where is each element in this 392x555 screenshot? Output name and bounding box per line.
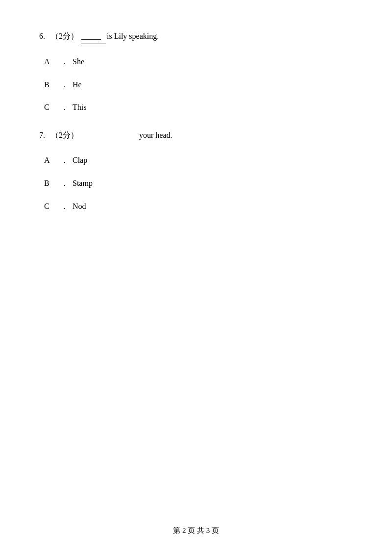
question-7: 7. （2分） your head. A ． Clap B ． Stamp C … [39, 128, 353, 213]
option-6c-dot: ． [61, 101, 69, 115]
question-6-option-a[interactable]: A ． She [39, 55, 353, 69]
option-7c-dot: ． [61, 200, 69, 214]
option-6a-text: She [73, 55, 84, 69]
question-7-score: （2分） [51, 128, 78, 143]
question-7-line: 7. （2分） your head. [39, 128, 353, 143]
question-7-option-b[interactable]: B ． Stamp [39, 177, 353, 191]
question-6-blank: _____ [81, 29, 106, 44]
question-7-option-c[interactable]: C ． Nod [39, 200, 353, 214]
option-7b-letter: B [44, 177, 59, 191]
page-content: 6. （2分） _____ is Lily speaking. A ． She … [0, 0, 392, 256]
option-7b-dot: ． [61, 177, 69, 191]
question-6-line: 6. （2分） _____ is Lily speaking. [39, 29, 353, 44]
option-7a-dot: ． [61, 153, 69, 168]
option-7a-letter: A [44, 153, 59, 168]
option-6c-text: This [73, 101, 86, 115]
option-7b-text: Stamp [73, 177, 93, 191]
option-7c-text: Nod [73, 200, 86, 214]
question-6-text: is Lily speaking. [107, 29, 159, 44]
question-6-score: （2分） [51, 29, 78, 44]
question-6-number: 6. [39, 29, 49, 44]
question-6-option-c[interactable]: C ． This [39, 101, 353, 115]
footer-text: 第 2 页 共 3 页 [173, 527, 219, 534]
option-6c-letter: C [44, 101, 59, 115]
option-7a-text: Clap [73, 153, 87, 168]
question-7-number: 7. [39, 128, 49, 143]
option-6b-letter: B [44, 78, 59, 92]
question-6-option-b[interactable]: B ． He [39, 78, 353, 92]
question-7-text: your head. [139, 128, 172, 143]
question-7-option-a[interactable]: A ． Clap [39, 153, 353, 168]
question-6: 6. （2分） _____ is Lily speaking. A ． She … [39, 29, 353, 115]
option-6a-dot: ． [61, 55, 69, 69]
question-7-blank [80, 128, 139, 143]
option-6b-text: He [73, 78, 82, 92]
option-6a-letter: A [44, 55, 59, 69]
option-7c-letter: C [44, 200, 59, 214]
option-6b-dot: ． [61, 78, 69, 92]
page-footer: 第 2 页 共 3 页 [0, 526, 392, 535]
